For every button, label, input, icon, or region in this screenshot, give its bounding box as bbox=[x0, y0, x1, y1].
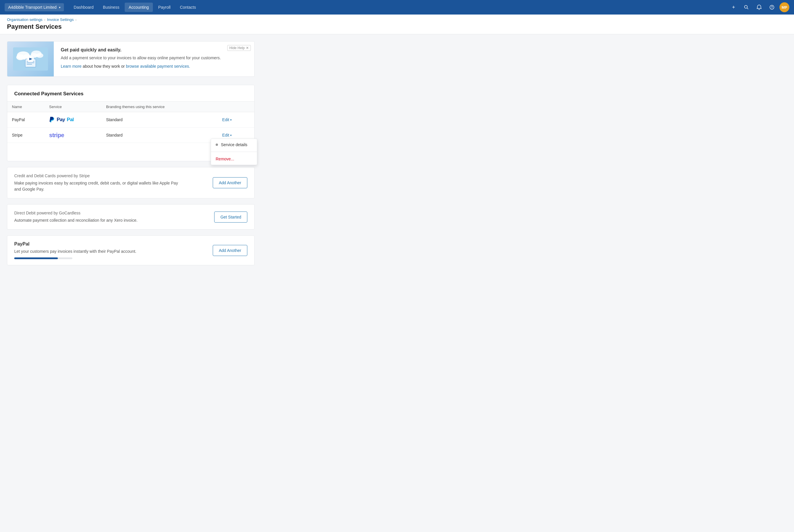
credit-debit-title-main: Credit and Debit Cards bbox=[14, 173, 56, 178]
notifications-button[interactable] bbox=[754, 2, 764, 13]
credit-debit-add-another-button[interactable]: Add Another bbox=[213, 177, 247, 188]
row-paypal-branding: Standard bbox=[101, 112, 215, 128]
paypal-section-title: PayPal bbox=[14, 242, 136, 247]
paypal-edit-caret: ▾ bbox=[230, 118, 232, 121]
svg-point-10 bbox=[36, 53, 43, 58]
paypal-add-another-button[interactable]: Add Another bbox=[213, 245, 247, 256]
direct-debit-get-started-button[interactable]: Get Started bbox=[214, 211, 247, 223]
hide-help-label: Hide Help bbox=[229, 46, 245, 50]
browse-services-link[interactable]: browse available payment services. bbox=[126, 64, 190, 69]
help-button[interactable]: ? bbox=[767, 2, 777, 13]
credit-debit-section: Credit and Debit Cards powered by Stripe… bbox=[7, 167, 254, 198]
stripe-edit-caret: ▾ bbox=[230, 134, 232, 137]
help-image-svg bbox=[13, 48, 48, 71]
paypal-text-2: Pal bbox=[67, 117, 74, 122]
breadcrumb-org-settings[interactable]: Organisation settings bbox=[7, 17, 42, 22]
direct-debit-title-main: Direct Debit bbox=[14, 211, 35, 215]
direct-debit-title: Direct Debit powered by GoCardless bbox=[14, 210, 137, 215]
paypal-logo: PayPal bbox=[49, 116, 97, 123]
stripe-dropdown-menu: Service details Remove... bbox=[211, 138, 257, 165]
direct-debit-powered-text: powered by GoCardless bbox=[37, 211, 80, 215]
nav-contacts[interactable]: Contacts bbox=[176, 3, 200, 12]
credit-debit-description: Make paying invoices easy by accepting c… bbox=[14, 180, 183, 192]
org-selector[interactable]: A4dibble Transport Limited ▾ bbox=[5, 3, 64, 11]
top-navigation: A4dibble Transport Limited ▾ Dashboard B… bbox=[0, 0, 794, 15]
col-branding: Branding themes using this service bbox=[101, 102, 215, 112]
credit-debit-powered: powered by Stripe bbox=[57, 173, 90, 178]
credit-debit-title: Credit and Debit Cards powered by Stripe bbox=[14, 173, 183, 178]
breadcrumb-sep-1: › bbox=[44, 18, 45, 21]
connected-services-card: Connected Payment Services Name Service … bbox=[7, 85, 254, 161]
table-row: PayPal PayPal Standard Edi bbox=[7, 112, 254, 128]
search-button[interactable] bbox=[741, 2, 752, 13]
add-button[interactable]: + bbox=[728, 2, 739, 13]
svg-text:?: ? bbox=[771, 6, 773, 9]
help-illustration bbox=[7, 41, 54, 76]
services-table: Name Service Branding themes using this … bbox=[7, 101, 254, 142]
nav-payroll[interactable]: Payroll bbox=[154, 3, 175, 12]
service-details-item[interactable]: Service details bbox=[211, 139, 257, 151]
paypal-edit-label: Edit bbox=[222, 117, 229, 122]
main-content: Get paid quickly and easily. Add a payme… bbox=[0, 34, 262, 278]
table-row: Stripe stripe Standard Edit ▾ bbox=[7, 128, 254, 143]
help-body: Get paid quickly and easily. Add a payme… bbox=[54, 41, 254, 76]
paypal-section-info: PayPal Let your customers pay invoices i… bbox=[14, 242, 136, 259]
credit-debit-info: Credit and Debit Cards powered by Stripe… bbox=[14, 173, 183, 192]
credit-debit-powered-text: powered by Stripe bbox=[57, 173, 90, 178]
col-actions bbox=[215, 102, 254, 112]
org-chevron: ▾ bbox=[59, 6, 60, 9]
breadcrumb-sep-2: › bbox=[76, 18, 77, 21]
direct-debit-description: Automate payment collection and reconcil… bbox=[14, 217, 137, 224]
svg-point-0 bbox=[744, 5, 748, 8]
nav-actions: + ? MP bbox=[728, 2, 789, 13]
direct-debit-powered: powered by GoCardless bbox=[37, 211, 80, 215]
nav-accounting[interactable]: Accounting bbox=[125, 3, 153, 12]
direct-debit-info: Direct Debit powered by GoCardless Autom… bbox=[14, 210, 137, 224]
col-service: Service bbox=[44, 102, 101, 112]
row-stripe-name: Stripe bbox=[7, 128, 44, 143]
row-stripe-actions: Edit ▾ Service details Remove... bbox=[215, 128, 254, 143]
hide-help-button[interactable]: Hide Help ✕ bbox=[227, 45, 251, 51]
stripe-edit-button[interactable]: Edit ▾ bbox=[220, 132, 234, 138]
row-paypal-actions: Edit ▾ bbox=[215, 112, 254, 128]
nav-links: Dashboard Business Accounting Payroll Co… bbox=[70, 3, 728, 12]
help-links: Learn more about how they work or browse… bbox=[61, 64, 247, 69]
stripe-logo: stripe bbox=[49, 132, 64, 138]
paypal-icon bbox=[49, 116, 55, 123]
paypal-text-1: Pay bbox=[57, 117, 65, 122]
row-stripe-branding: Standard bbox=[101, 128, 215, 143]
stripe-edit-label: Edit bbox=[222, 133, 229, 137]
hide-help-icon: ✕ bbox=[246, 46, 249, 50]
direct-debit-section: Direct Debit powered by GoCardless Autom… bbox=[7, 204, 254, 230]
paypal-progress-bar bbox=[14, 258, 72, 259]
breadcrumb: Organisation settings › Invoice Settings… bbox=[7, 17, 787, 22]
help-description: Add a payment service to your invoices t… bbox=[61, 55, 247, 61]
dropdown-divider bbox=[211, 152, 257, 152]
breadcrumb-area: Organisation settings › Invoice Settings… bbox=[0, 15, 794, 34]
paypal-edit-button[interactable]: Edit ▾ bbox=[220, 116, 234, 123]
page-title: Payment Services bbox=[7, 23, 787, 34]
paypal-section: PayPal Let your customers pay invoices i… bbox=[7, 235, 254, 265]
row-stripe-service: stripe bbox=[44, 128, 101, 143]
row-paypal-name: PayPal bbox=[7, 112, 44, 128]
org-name: A4dibble Transport Limited bbox=[8, 5, 57, 10]
service-details-label: Service details bbox=[221, 142, 247, 147]
connected-services-title: Connected Payment Services bbox=[7, 85, 254, 101]
remove-item[interactable]: Remove... bbox=[211, 153, 257, 165]
breadcrumb-invoice-settings[interactable]: Invoice Settings bbox=[47, 17, 74, 22]
paypal-section-description: Let your customers pay invoices instantl… bbox=[14, 248, 136, 254]
help-panel: Get paid quickly and easily. Add a payme… bbox=[7, 41, 254, 77]
learn-more-link[interactable]: Learn more bbox=[61, 64, 82, 69]
col-name: Name bbox=[7, 102, 44, 112]
svg-line-1 bbox=[747, 8, 749, 9]
row-paypal-service: PayPal bbox=[44, 112, 101, 128]
help-link-text: about how they work or bbox=[82, 64, 126, 69]
avatar[interactable]: MP bbox=[779, 2, 789, 12]
paypal-progress-fill bbox=[14, 258, 58, 259]
remove-label: Remove... bbox=[216, 157, 234, 161]
nav-business[interactable]: Business bbox=[99, 3, 124, 12]
nav-dashboard[interactable]: Dashboard bbox=[70, 3, 98, 12]
help-title: Get paid quickly and easily. bbox=[61, 48, 247, 53]
service-details-dot bbox=[216, 144, 218, 146]
